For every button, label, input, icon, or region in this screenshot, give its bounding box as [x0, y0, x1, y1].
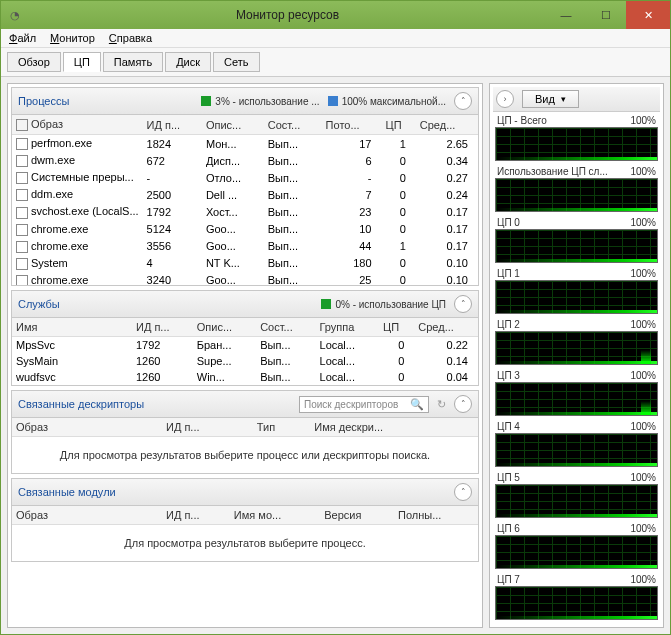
- table-row[interactable]: ddm.exe2500Dell ...Вып...700.24: [12, 186, 478, 203]
- cpu-max-icon: [328, 96, 338, 106]
- menu-help[interactable]: Справка: [109, 32, 152, 44]
- modules-title: Связанные модули: [18, 486, 116, 498]
- table-row[interactable]: chrome.exe3556Goo...Вып...4410.17: [12, 238, 478, 255]
- cpu-graph: ЦП 4100%: [495, 420, 658, 467]
- menubar: Файл Монитор Справка: [1, 29, 670, 48]
- row-checkbox[interactable]: [16, 275, 28, 285]
- close-button[interactable]: ✕: [626, 1, 670, 29]
- row-checkbox[interactable]: [16, 138, 28, 150]
- graphs-container[interactable]: ЦП - Всего100%Использование ЦП сл...100%…: [493, 112, 660, 624]
- tab-overview[interactable]: Обзор: [7, 52, 61, 72]
- cpu-usage-icon: [201, 96, 211, 106]
- table-row[interactable]: Системные преры...-Отло...Вып...-00.27: [12, 169, 478, 186]
- app-icon: ◔: [1, 9, 29, 22]
- table-row[interactable]: chrome.exe3240Goo...Вып...2500.10: [12, 272, 478, 285]
- table-row[interactable]: chrome.exe5124Goo...Вып...1000.17: [12, 221, 478, 238]
- right-column: › Вид ЦП - Всего100%Использование ЦП сл.…: [489, 83, 664, 628]
- row-checkbox[interactable]: [16, 207, 28, 219]
- table-row[interactable]: MpsSvc1792Бран...Вып...Local...00.22: [12, 337, 478, 354]
- table-row[interactable]: SysMain1260Supe...Вып...Local...00.14: [12, 353, 478, 369]
- minimize-button[interactable]: —: [546, 1, 586, 29]
- processes-panel: Процессы 3% - использование ... 100% мак…: [11, 87, 479, 286]
- processes-table: Образ ИД п... Опис... Сост... Пото... ЦП…: [12, 115, 478, 285]
- cpu-graph: ЦП 6100%: [495, 522, 658, 569]
- table-row[interactable]: svchost.exe (LocalS...1792Хост...Вып...2…: [12, 203, 478, 220]
- view-dropdown[interactable]: Вид: [522, 90, 579, 108]
- row-checkbox[interactable]: [16, 258, 28, 270]
- cpu-graph: ЦП 1100%: [495, 267, 658, 314]
- handles-search-input[interactable]: Поиск дескрипторов 🔍: [299, 396, 429, 413]
- search-icon[interactable]: 🔍: [410, 398, 424, 411]
- handles-panel: Связанные дескрипторы Поиск дескрипторов…: [11, 390, 479, 474]
- window-title: Монитор ресурсов: [29, 8, 546, 22]
- collapse-modules-button[interactable]: ˄: [454, 483, 472, 501]
- services-title: Службы: [18, 298, 60, 310]
- tab-cpu[interactable]: ЦП: [63, 52, 101, 72]
- collapse-graphs-button[interactable]: ›: [496, 90, 514, 108]
- handles-header[interactable]: Связанные дескрипторы Поиск дескрипторов…: [12, 391, 478, 418]
- app-window: ◔ Монитор ресурсов — ☐ ✕ Файл Монитор Сп…: [0, 0, 671, 635]
- collapse-services-button[interactable]: ˄: [454, 295, 472, 313]
- processes-header[interactable]: Процессы 3% - использование ... 100% мак…: [12, 88, 478, 115]
- processes-title: Процессы: [18, 95, 69, 107]
- table-row[interactable]: perfmon.exe1824Мон...Вып...1712.65: [12, 135, 478, 153]
- handles-empty-message: Для просмотра результатов выберите проце…: [12, 437, 478, 473]
- tab-network[interactable]: Сеть: [213, 52, 259, 72]
- cpu-graph: ЦП - Всего100%: [495, 114, 658, 161]
- table-row[interactable]: System4NT K...Вып...18000.10: [12, 255, 478, 272]
- services-header[interactable]: Службы 0% - использование ЦП ˄: [12, 291, 478, 318]
- tabbar: Обзор ЦП Память Диск Сеть: [1, 48, 670, 77]
- cpu-graph: ЦП 3100%: [495, 369, 658, 416]
- services-cpu-icon: [321, 299, 331, 309]
- menu-monitor[interactable]: Монитор: [50, 32, 95, 44]
- menu-file[interactable]: Файл: [9, 32, 36, 44]
- cpu-graph: ЦП 7100%: [495, 573, 658, 620]
- row-checkbox[interactable]: [16, 172, 28, 184]
- collapse-handles-button[interactable]: ˄: [454, 395, 472, 413]
- modules-panel: Связанные модули ˄ Образ ИД п... Имя мо.…: [11, 478, 479, 562]
- cpu-graph: Использование ЦП сл...100%: [495, 165, 658, 212]
- row-checkbox[interactable]: [16, 189, 28, 201]
- tab-disk[interactable]: Диск: [165, 52, 211, 72]
- maximize-button[interactable]: ☐: [586, 1, 626, 29]
- cpu-graph: ЦП 2100%: [495, 318, 658, 365]
- handles-title: Связанные дескрипторы: [18, 398, 144, 410]
- handles-table: Образ ИД п... Тип Имя дескри...: [12, 418, 478, 437]
- cpu-graph: ЦП 5100%: [495, 471, 658, 518]
- row-checkbox[interactable]: [16, 155, 28, 167]
- modules-empty-message: Для просмотра результатов выберите проце…: [12, 525, 478, 561]
- row-checkbox[interactable]: [16, 241, 28, 253]
- row-checkbox[interactable]: [16, 224, 28, 236]
- modules-table: Образ ИД п... Имя мо... Версия Полны...: [12, 506, 478, 525]
- modules-header[interactable]: Связанные модули ˄: [12, 479, 478, 506]
- search-clear-icon[interactable]: ↻: [437, 398, 446, 411]
- left-column: Процессы 3% - использование ... 100% мак…: [7, 83, 483, 628]
- table-row[interactable]: wudfsvc1260Win...Вып...Local...00.04: [12, 369, 478, 385]
- cpu-graph: ЦП 0100%: [495, 216, 658, 263]
- collapse-processes-button[interactable]: ˄: [454, 92, 472, 110]
- titlebar[interactable]: ◔ Монитор ресурсов — ☐ ✕: [1, 1, 670, 29]
- table-row[interactable]: dwm.exe672Дисп...Вып...600.34: [12, 152, 478, 169]
- services-panel: Службы 0% - использование ЦП ˄ Имя ИД п.…: [11, 290, 479, 386]
- services-table: Имя ИД п... Опис... Сост... Группа ЦП Ср…: [12, 318, 478, 385]
- select-all-checkbox[interactable]: [16, 119, 28, 131]
- tab-memory[interactable]: Память: [103, 52, 163, 72]
